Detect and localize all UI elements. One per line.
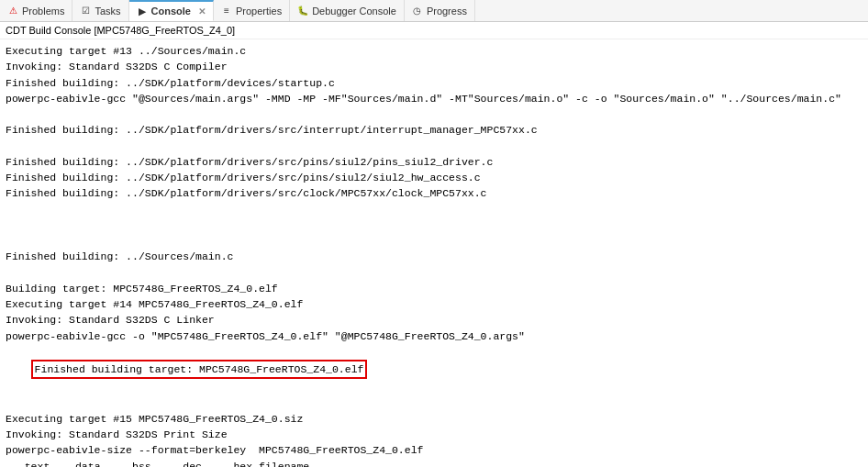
- console-line-24: text data bss dec hex filename: [6, 459, 862, 468]
- tab-tasks[interactable]: ☑ Tasks: [72, 0, 128, 21]
- highlight-box: Finished building target: MPC5748G_FreeR…: [31, 360, 368, 379]
- tab-debugger-label: Debugger Console: [312, 6, 396, 17]
- console-line-16: Executing target #14 MPC5748G_FreeRTOS_Z…: [6, 296, 862, 312]
- tab-problems[interactable]: ⚠ Problems: [0, 0, 72, 21]
- console-line-2: Finished building: ../SDK/platform/devic…: [6, 75, 862, 91]
- debugger-console-icon: 🐛: [297, 6, 308, 17]
- console-content: Executing target #13 ../Sources/main.c I…: [0, 39, 868, 467]
- console-close-icon[interactable]: ✕: [198, 6, 206, 17]
- console-line-17: Invoking: Standard S32DS C Linker: [6, 312, 862, 328]
- console-line-21: Executing target #15 MPC5748G_FreeRTOS_Z…: [6, 411, 862, 427]
- tasks-icon: ☑: [80, 6, 91, 17]
- console-icon: ▶: [137, 6, 148, 17]
- console-line-highlighted: Finished building target: MPC5748G_FreeR…: [6, 344, 862, 395]
- tab-progress[interactable]: ◷ Progress: [405, 0, 475, 21]
- tab-tasks-label: Tasks: [95, 6, 120, 17]
- console-line-11: [6, 217, 862, 233]
- console-line-22: Invoking: Standard S32DS Print Size: [6, 427, 862, 442]
- console-line-5: Finished building: ../SDK/platform/drive…: [6, 122, 862, 138]
- console-line-0: Executing target #13 ../Sources/main.c: [6, 43, 862, 59]
- tab-console-label: Console: [151, 6, 191, 17]
- console-line-15: Building target: MPC5748G_FreeRTOS_Z4_0.…: [6, 281, 862, 296]
- console-line-23: powerpc-eabivle-size --format=berkeley M…: [6, 442, 862, 458]
- console-title: CDT Build Console [MPC5748G_FreeRTOS_Z4_…: [0, 22, 868, 39]
- tab-console[interactable]: ▶ Console ✕: [129, 0, 214, 21]
- tab-progress-label: Progress: [427, 6, 467, 17]
- console-line-7: Finished building: ../SDK/platform/drive…: [6, 154, 862, 170]
- console-line-6: [6, 139, 862, 154]
- console-line-8: Finished building: ../SDK/platform/drive…: [6, 170, 862, 185]
- console-line-13: Finished building: ../Sources/main.c: [6, 249, 862, 264]
- console-line-3: powerpc-eabivle-gcc "@Sources/main.args"…: [6, 91, 862, 106]
- progress-icon: ◷: [412, 6, 423, 17]
- console-line-14: [6, 265, 862, 281]
- tab-problems-label: Problems: [22, 6, 64, 17]
- tab-debugger-console[interactable]: 🐛 Debugger Console: [290, 0, 405, 21]
- console-line-18: powerpc-eabivle-gcc -o "MPC5748G_FreeRTO…: [6, 328, 862, 344]
- problems-icon: ⚠: [7, 6, 18, 17]
- console-line-12: [6, 233, 862, 249]
- console-line-1: Invoking: Standard S32DS C Compiler: [6, 59, 862, 74]
- tab-bar: ⚠ Problems ☑ Tasks ▶ Console ✕ ≡ Propert…: [0, 0, 868, 22]
- console-line-9: Finished building: ../SDK/platform/drive…: [6, 185, 862, 201]
- properties-icon: ≡: [221, 6, 232, 17]
- tab-properties[interactable]: ≡ Properties: [214, 0, 290, 21]
- console-line-4: [6, 106, 862, 122]
- console-line-10: [6, 202, 862, 217]
- tab-properties-label: Properties: [236, 6, 282, 17]
- console-line-20: [6, 395, 862, 411]
